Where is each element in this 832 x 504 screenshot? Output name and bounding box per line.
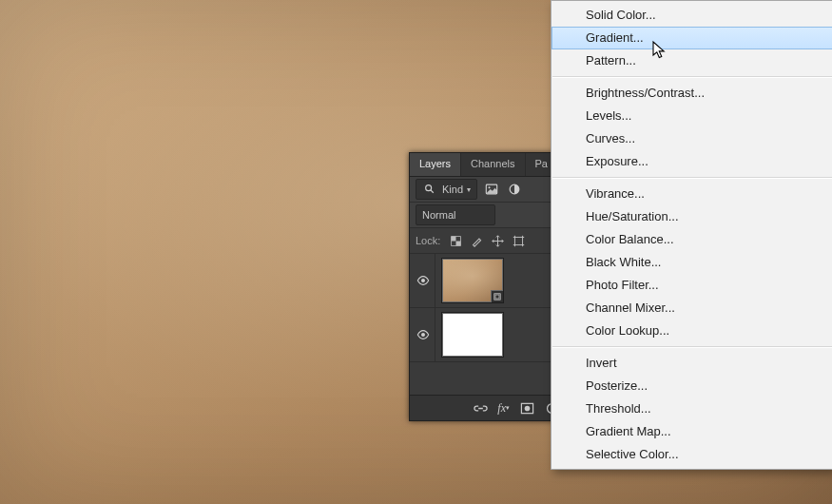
tab-label: Layers	[419, 158, 451, 169]
blend-mode-value: Normal	[422, 209, 455, 221]
menu-item-label: Color Lookup...	[586, 323, 669, 338]
menu-item-label: Posterize...	[586, 378, 648, 393]
menu-item-pattern[interactable]: Pattern...	[551, 49, 832, 72]
menu-item-label: Pattern...	[586, 53, 636, 68]
menu-item-label: Gradient...	[586, 30, 644, 45]
menu-item-label: Brightness/Contrast...	[586, 86, 705, 100]
menu-item-invert[interactable]: Invert	[551, 352, 832, 375]
menu-item-hue-saturation[interactable]: Hue/Saturation...	[551, 205, 832, 228]
menu-item-posterize[interactable]: Posterize...	[551, 375, 832, 397]
link-icon[interactable]	[473, 400, 488, 416]
layer-thumbnail[interactable]	[441, 312, 504, 358]
menu-item-color-balance[interactable]: Color Balance...	[551, 228, 832, 251]
search-icon	[421, 182, 438, 197]
lock-brush-icon[interactable]	[469, 233, 484, 248]
svg-rect-6	[451, 236, 455, 241]
svg-line-1	[431, 190, 434, 193]
tab-label: Pa	[535, 158, 548, 169]
menu-item-label: Color Balance...	[586, 232, 674, 246]
eye-icon	[416, 274, 430, 287]
tab-label: Channels	[471, 158, 514, 169]
svg-rect-8	[514, 237, 522, 244]
svg-rect-7	[455, 241, 460, 245]
menu-item-label: Levels...	[586, 108, 631, 123]
menu-item-label: Photo Filter...	[586, 278, 659, 292]
menu-item-selective-color[interactable]: Selective Color...	[551, 443, 832, 466]
svg-point-12	[421, 333, 425, 337]
menu-item-solid-color[interactable]: Solid Color...	[551, 4, 832, 27]
menu-item-label: Vibrance...	[586, 186, 645, 201]
lock-position-icon[interactable]	[490, 233, 505, 248]
mask-icon[interactable]	[519, 400, 534, 416]
menu-item-color-lookup[interactable]: Color Lookup...	[551, 320, 832, 342]
menu-item-label: Curves...	[586, 131, 635, 145]
menu-item-label: Threshold...	[586, 401, 651, 416]
svg-rect-11	[495, 295, 499, 299]
adjustment-filter-icon[interactable]	[506, 182, 523, 197]
menu-item-label: Black White...	[586, 255, 661, 269]
menu-item-levels[interactable]: Levels...	[551, 105, 832, 127]
menu-item-gradient-map[interactable]: Gradient Map...	[551, 420, 832, 443]
visibility-toggle[interactable]	[412, 254, 435, 307]
menu-item-label: Gradient Map...	[586, 424, 671, 438]
smart-object-badge-icon	[491, 290, 503, 302]
tab-channels[interactable]: Channels	[461, 153, 525, 176]
menu-item-photo-filter[interactable]: Photo Filter...	[551, 274, 832, 297]
menu-item-brightness-contrast[interactable]: Brightness/Contrast...	[551, 82, 832, 105]
menu-separator	[552, 346, 832, 348]
eye-icon	[416, 328, 430, 341]
menu-item-exposure[interactable]: Exposure...	[551, 150, 832, 173]
chevron-down-icon: ▾	[467, 185, 471, 194]
menu-item-curves[interactable]: Curves...	[551, 127, 832, 150]
svg-point-0	[426, 185, 432, 191]
menu-separator	[552, 76, 832, 78]
lock-label: Lock:	[416, 235, 440, 246]
menu-item-vibrance[interactable]: Vibrance...	[551, 183, 832, 205]
filter-kind-label: Kind	[442, 184, 463, 195]
menu-item-label: Channel Mixer...	[586, 300, 675, 315]
layer-filter-kind-select[interactable]: Kind ▾	[416, 179, 477, 200]
menu-item-channel-mixer[interactable]: Channel Mixer...	[551, 297, 832, 320]
menu-item-gradient[interactable]: Gradient...	[551, 27, 832, 49]
lock-transparency-icon[interactable]	[448, 233, 463, 248]
menu-separator	[552, 177, 832, 179]
svg-point-14	[524, 405, 530, 411]
new-fill-adjustment-layer-menu: Solid Color... Gradient... Pattern... Br…	[551, 0, 832, 470]
menu-item-label: Invert	[586, 356, 617, 370]
menu-item-black-white[interactable]: Black White...	[551, 251, 832, 274]
menu-item-threshold[interactable]: Threshold...	[551, 397, 832, 420]
fx-icon[interactable]: fx▾	[497, 400, 510, 416]
menu-item-label: Hue/Saturation...	[586, 209, 679, 223]
visibility-toggle[interactable]	[412, 308, 435, 361]
lock-artboard-icon[interactable]	[511, 233, 526, 248]
menu-item-label: Selective Color...	[586, 447, 679, 461]
layer-thumbnail[interactable]	[441, 258, 504, 303]
svg-point-9	[421, 279, 425, 282]
blend-mode-select[interactable]: Normal	[416, 204, 495, 225]
image-filter-icon[interactable]	[483, 182, 500, 197]
menu-item-label: Solid Color...	[586, 8, 656, 22]
svg-point-3	[489, 186, 491, 188]
menu-item-label: Exposure...	[586, 154, 648, 168]
tab-layers[interactable]: Layers	[410, 153, 461, 176]
